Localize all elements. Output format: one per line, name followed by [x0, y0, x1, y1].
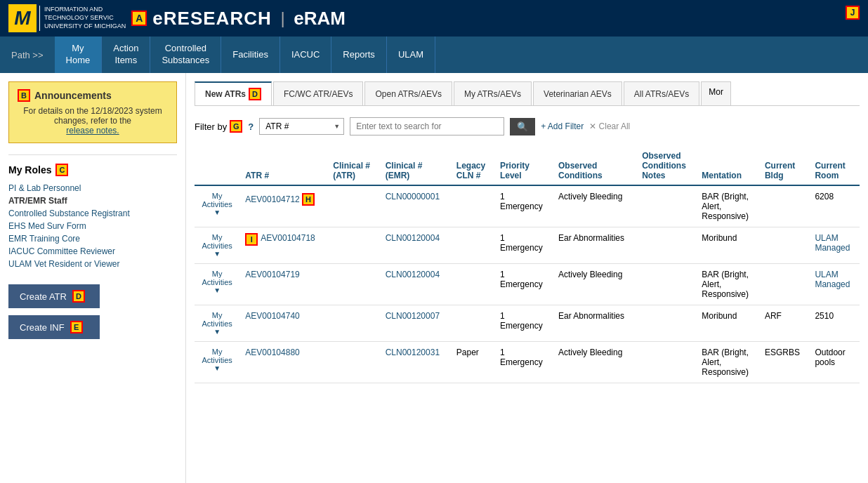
my-activities-link[interactable]: MyActivities▼: [200, 233, 234, 258]
tab-open-atrs[interactable]: Open ATRs/AEVs: [364, 81, 452, 105]
col-obs-notes: ObservedConditionsNotes: [636, 147, 696, 185]
atr-number-link[interactable]: AEV00104718: [261, 233, 315, 243]
tab-more[interactable]: Mor: [701, 81, 731, 105]
filter-select[interactable]: ATR # Clinical # (ATR) Clinical # (EMR) …: [259, 118, 344, 135]
table-row: MyActivities▼ AEV00104712 H CLN00000001 …: [195, 185, 860, 227]
atr-table: ATR # Clinical #(ATR) Clinical #(EMR) Le…: [195, 147, 860, 383]
row-activities: MyActivities▼: [195, 305, 239, 342]
col-clinical-atr: Clinical #(ATR): [327, 147, 379, 185]
ulam-managed-link[interactable]: ULAMManaged: [815, 270, 850, 289]
my-roles-title: My Roles C: [8, 164, 177, 176]
nav-controlled-substances[interactable]: ControlledSubstances: [150, 37, 221, 73]
nav-path[interactable]: Path >>: [0, 37, 55, 73]
sidebar: B Announcements For details on the 12/18…: [0, 73, 186, 483]
eram-title: eRAM: [294, 8, 346, 29]
nav-ulam[interactable]: ULAM: [387, 37, 435, 73]
create-atr-button[interactable]: Create ATR D: [8, 284, 100, 308]
announcements-body: For details on the 12/18/2023 system cha…: [18, 106, 168, 135]
row-mentation: BAR (Bright,Alert,Responsive): [696, 185, 759, 227]
tab-vet-aevs[interactable]: Veterinarian AEVs: [533, 81, 622, 105]
row-clinical-atr: [327, 305, 379, 342]
role-iacuc-reviewer[interactable]: IACUC Committee Reviewer: [8, 245, 177, 258]
cln-link[interactable]: CLN00120007: [386, 311, 440, 321]
row-mentation: Moribund: [696, 305, 759, 342]
role-atr-emr[interactable]: ATR/EMR Staff: [8, 194, 177, 207]
ulam-managed-link[interactable]: ULAMManaged: [815, 233, 850, 253]
my-activities-link[interactable]: MyActivities▼: [200, 348, 234, 372]
row-room: Outdoorpools: [809, 342, 860, 383]
cln-link[interactable]: CLN00120031: [386, 348, 440, 357]
row-room: 2510: [809, 305, 860, 342]
my-activities-link[interactable]: MyActivities▼: [200, 192, 234, 216]
nav-my-home[interactable]: MyHome: [55, 37, 103, 73]
row-priority: 1Emergency: [494, 342, 553, 383]
atr-number-link[interactable]: AEV00104740: [245, 311, 299, 321]
atr-number-link[interactable]: AEV00104719: [245, 270, 299, 279]
col-atr-num: ATR #: [239, 147, 327, 185]
filter-label: Filter by G: [195, 120, 242, 133]
row-observed: Actively Bleeding: [553, 264, 636, 305]
j-annotation-badge: J: [846, 6, 860, 20]
col-mentation: Mentation: [696, 147, 759, 185]
announcements-panel: B Announcements For details on the 12/18…: [8, 81, 177, 143]
release-notes-link[interactable]: release notes.: [66, 126, 119, 135]
row-bldg: [759, 227, 809, 264]
filter-search-button[interactable]: 🔍: [510, 118, 535, 135]
row-room: ULAMManaged: [809, 264, 860, 305]
tab-my-atrs[interactable]: My ATRs/AEVs: [454, 81, 532, 105]
main-content: B Announcements For details on the 12/18…: [0, 73, 868, 483]
tab-all-atrs[interactable]: All ATRs/AEVs: [624, 81, 699, 105]
announcements-title: B Announcements: [18, 89, 168, 102]
row-atr-num: AEV00104880: [239, 342, 327, 383]
content-tabs: New ATRs D FC/WC ATR/AEVs Open ATRs/AEVs…: [195, 81, 860, 106]
a-annotation-badge: A: [131, 11, 147, 26]
create-inf-button[interactable]: Create INF E: [8, 315, 100, 339]
row-priority: 1Emergency: [494, 227, 553, 264]
filter-clear-button[interactable]: ✕ Clear All: [589, 121, 630, 131]
row-observed: Ear Abnormalities: [553, 227, 636, 264]
row-clinical-atr: [327, 264, 379, 305]
nav-reports[interactable]: Reports: [331, 37, 387, 73]
role-pi-lab[interactable]: PI & Lab Personnel: [8, 182, 177, 194]
atr-number-link[interactable]: AEV00104712: [245, 194, 299, 204]
cln-link[interactable]: CLN00120004: [386, 270, 440, 279]
row-bldg: ESGRBS: [759, 342, 809, 383]
row-activities: MyActivities▼: [195, 264, 239, 305]
cln-link[interactable]: CLN00120004: [386, 233, 440, 243]
row-clinical-atr: [327, 227, 379, 264]
row-obs-notes: [636, 185, 696, 227]
atr-number-link[interactable]: AEV00104880: [245, 348, 299, 357]
row-clinical-emr: CLN00120004: [380, 264, 451, 305]
row-obs-notes: [636, 227, 696, 264]
nav-facilities[interactable]: Facilities: [221, 37, 280, 73]
row-observed: Actively Bleeding: [553, 185, 636, 227]
nav-iacuc[interactable]: IACUC: [280, 37, 331, 73]
role-emr-training[interactable]: EMR Training Core: [8, 232, 177, 245]
my-activities-link[interactable]: MyActivities▼: [200, 311, 234, 336]
col-clinical-emr: Clinical #(EMR): [380, 147, 451, 185]
table-header: ATR # Clinical #(ATR) Clinical #(EMR) Le…: [195, 147, 860, 185]
e-annotation-badge: E: [70, 321, 83, 333]
role-ulam-vet[interactable]: ULAM Vet Resident or Viewer: [8, 258, 177, 270]
tab-new-atrs[interactable]: New ATRs D: [195, 81, 272, 105]
cln-link[interactable]: CLN00000001: [386, 192, 440, 201]
filter-input[interactable]: [350, 117, 504, 135]
tab-fc-wc[interactable]: FC/WC ATR/AEVs: [273, 81, 363, 105]
org-text: INFORMATION AND TECHNOLOGY SERVIC UNIVER…: [39, 6, 126, 30]
filter-help-icon[interactable]: ?: [248, 121, 254, 132]
col-priority: PriorityLevel: [494, 147, 553, 185]
filter-add-button[interactable]: + Add Filter: [541, 121, 584, 131]
col-bldg: CurrentBldg: [759, 147, 809, 185]
role-controlled-substance[interactable]: Controlled Substance Registrant: [8, 207, 177, 220]
nav-action-items[interactable]: ActionItems: [102, 37, 150, 73]
row-legacy-cln: Paper: [451, 342, 494, 383]
d-annotation-badge: D: [72, 290, 85, 303]
g-annotation-badge: G: [230, 120, 242, 133]
col-room: CurrentRoom: [809, 147, 860, 185]
row-activities: MyActivities▼: [195, 185, 239, 227]
row-activities: MyActivities▼: [195, 227, 239, 264]
sidebar-divider: [8, 154, 177, 155]
my-activities-link[interactable]: MyActivities▼: [200, 270, 234, 294]
role-ehs-med[interactable]: EHS Med Surv Form: [8, 220, 177, 232]
f-annotation-badge: D: [249, 88, 261, 100]
